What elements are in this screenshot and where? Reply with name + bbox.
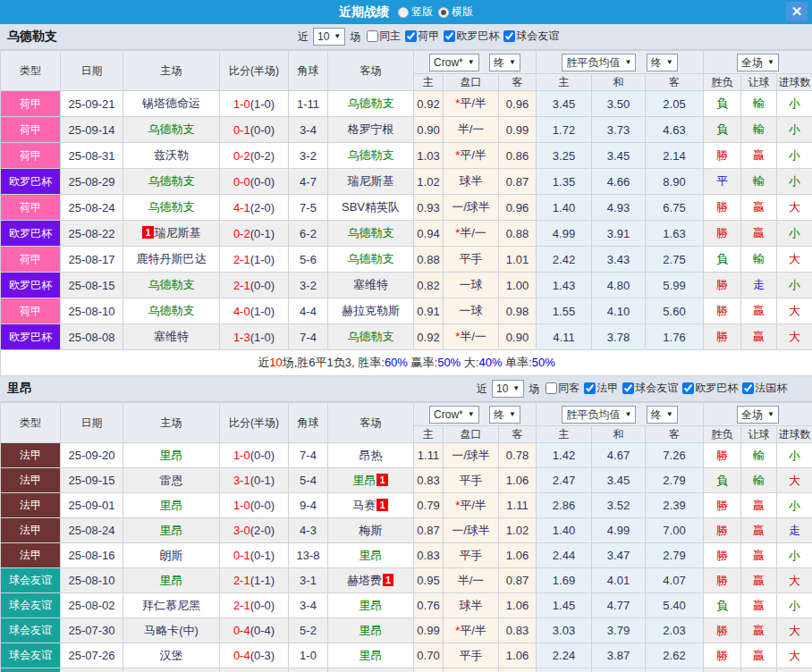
away-team[interactable]: 里昂 [328,593,414,618]
home-team[interactable]: 雷恩 [123,468,220,493]
half-time-score: (2-0) [250,201,275,214]
score-cell: 2-1(0-0) [220,273,289,298]
match-count-select[interactable]: 10 ▼ [492,380,524,398]
home-team[interactable]: 汉堡 [123,643,220,668]
filter-checkbox[interactable] [622,382,634,394]
match-date: 25-08-22 [61,221,123,247]
filter-checkbox-item[interactable]: 球会友谊 [620,381,678,396]
home-team[interactable]: 乌德勒支 [123,298,220,324]
home-team[interactable]: 乌德勒支 [123,273,220,298]
away-team[interactable]: 乌德勒支 [328,324,414,350]
odds-final-dropdown[interactable]: 终▼ [489,406,520,424]
odds-away: 1.11 [499,493,537,518]
home-team[interactable]: 里昂 [123,443,220,468]
corner-score: 3-1 [289,568,328,593]
avg-odds-value: 胜平负均值 [566,55,620,70]
home-team[interactable]: 马略卡(中) [123,618,220,643]
away-team[interactable]: 里昂 [328,618,414,643]
filter-checkbox[interactable] [367,30,378,42]
home-team[interactable]: 塞维特 [123,324,220,350]
away-team[interactable]: 乌德勒支 [328,143,414,169]
avg-odds-dropdown[interactable]: 胜平负均值▼ [562,406,636,424]
away-team[interactable]: 马赛1 [328,493,414,518]
filter-checkbox-item[interactable]: 球会友谊 [501,29,559,44]
away-team[interactable]: 瑞尼斯基 [328,169,414,195]
away-team[interactable]: 里昂 [328,643,414,668]
home-team[interactable]: 1瑞尼斯基 [123,221,220,247]
layout-radio-vertical[interactable]: 竖版 [398,4,433,20]
avg-final-dropdown[interactable]: 终▼ [647,54,678,71]
full-time-score: 2-1 [233,599,250,612]
away-team[interactable]: 赫拉克勒斯 [328,298,414,324]
handicap-line: *半/一 [444,221,499,247]
filter-checkbox[interactable] [682,382,694,394]
filter-checkbox[interactable] [405,30,417,42]
home-team[interactable]: 里昂 [123,493,220,518]
result-goals: 小 [777,543,812,568]
away-team[interactable]: 格罗宁根 [328,117,414,143]
home-team[interactable]: 朗斯 [123,543,220,568]
filter-checkbox[interactable] [444,30,455,42]
avg-home-odds: 1.42 [537,443,592,468]
avg-group-header: 胜平负均值▼ 终▼ [537,51,704,74]
home-team[interactable]: 兹沃勒 [123,143,220,169]
home-team[interactable]: 里昂 [123,518,220,543]
close-button[interactable]: ✕ [786,2,808,21]
filter-checkbox-item[interactable]: 欧罗巴杯 [441,29,499,44]
home-team[interactable]: 乌德勒支 [123,169,220,195]
match-date: 25-09-20 [61,443,123,468]
odds-home: 0.91 [414,298,444,324]
avg-home-odds: 2.44 [537,543,592,568]
home-team[interactable]: 乌德勒支 [123,195,220,221]
full-match-dropdown[interactable]: 全场▼ [737,406,779,424]
filter-checkbox-item[interactable]: 同客 [543,381,579,396]
avg-odds-dropdown[interactable]: 胜平负均值▼ [562,54,636,71]
team-name-text: 鹿特丹斯巴达 [137,252,207,265]
filter-checkbox-item[interactable]: 同主 [364,29,401,44]
odds-home: 0.94 [414,668,444,672]
home-team[interactable]: 锡塔德命运 [123,91,220,117]
home-team[interactable]: 拜仁慕尼黑 [123,593,220,618]
away-team[interactable]: 塞维特 [328,273,414,298]
subcol-result-goals: 进球数 [777,426,812,443]
away-team[interactable]: 乌德勒支 [328,247,414,273]
away-team[interactable]: 梅斯 [328,518,414,543]
filter-checkbox[interactable] [503,30,515,42]
away-team[interactable]: 里昂1 [328,468,414,493]
layout-radio-horizontal[interactable]: 横版 [438,4,473,20]
filter-checkbox-item[interactable]: 欧罗巴杯 [680,381,738,396]
away-team[interactable]: SBV精英队 [328,195,414,221]
filter-checkbox-item[interactable]: 荷甲 [402,29,439,44]
odds-source-dropdown[interactable]: Crow*▼ [429,406,479,424]
filter-checkbox-item[interactable]: 法甲 [581,381,618,396]
home-team[interactable]: 里昂(中) [123,668,220,672]
filter-checkbox[interactable] [546,382,557,394]
match-row: 荷甲25-08-17鹿特丹斯巴达2-1(1-0)5-6乌德勒支0.88平手1.0… [1,247,812,273]
away-team[interactable]: 乌德勒支 [328,91,414,117]
home-team[interactable]: 乌德勒支 [123,117,220,143]
filter-checkbox[interactable] [742,382,754,394]
home-team[interactable]: 鹿特丹斯巴达 [123,247,220,273]
full-match-dropdown[interactable]: 全场▼ [737,54,779,71]
home-team[interactable]: 里昂 [123,568,220,593]
odds-away: 1.02 [499,518,537,543]
team-name-text: 乌德勒支 [148,304,195,317]
filter-checkbox-item[interactable]: 法国杯 [740,381,787,396]
odds-final-dropdown[interactable]: 终▼ [489,54,520,71]
odds-home: 0.76 [414,593,444,618]
odds-source-dropdown[interactable]: Crow*▼ [429,54,479,71]
match-count-select[interactable]: 10 ▼ [313,28,345,46]
match-date: 25-08-29 [61,169,123,195]
handicap-line: 球半 [444,169,499,195]
away-team[interactable]: RWD莫伦贝克 [328,668,414,672]
match-row: 法甲25-08-16朗斯0-1(0-1)13-8里昂0.83平手1.062.44… [1,543,812,568]
away-team[interactable]: 赫塔费1 [328,568,414,593]
filter-checkbox[interactable] [584,382,596,394]
away-team[interactable]: 乌德勒支 [328,221,414,247]
away-team[interactable]: 里昂 [328,543,414,568]
avg-away-odds: 2.75 [646,247,704,273]
team-name-text: 里昂 [160,449,183,462]
away-team[interactable]: 昂热 [328,443,414,468]
result-handicap: 走 [741,273,777,298]
avg-final-dropdown[interactable]: 终▼ [647,406,678,424]
